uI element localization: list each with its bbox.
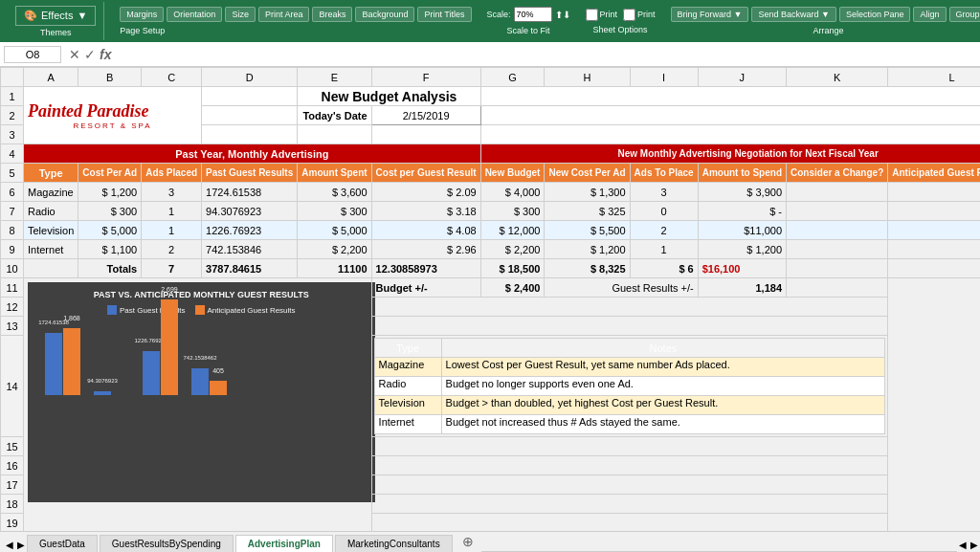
r10-newcost[interactable]: $ 8,325 bbox=[545, 259, 630, 278]
r8-newcost[interactable]: $ 5,500 bbox=[545, 221, 630, 240]
r7-newbudg[interactable]: $ 300 bbox=[480, 202, 545, 221]
r6-cpg[interactable]: $ 2.09 bbox=[371, 183, 480, 202]
col-header-e[interactable]: E bbox=[298, 68, 371, 87]
formula-input[interactable] bbox=[119, 49, 976, 60]
themes-button[interactable]: 🎨 Effects ▼ bbox=[15, 6, 96, 26]
r10-anticipated[interactable]: 4,972 bbox=[888, 259, 980, 278]
margins-button[interactable]: Margins bbox=[120, 7, 164, 22]
col-header-a[interactable]: A bbox=[24, 68, 78, 87]
r10-cpg[interactable]: 12.30858973 bbox=[371, 259, 480, 278]
r7-ads2[interactable]: 0 bbox=[630, 202, 698, 221]
scroll-right-icon[interactable]: ▶ bbox=[15, 538, 27, 552]
r8-ads[interactable]: 1 bbox=[142, 221, 202, 240]
send-backward-button[interactable]: Send Backward ▼ bbox=[751, 7, 835, 22]
r7-cpg[interactable]: $ 3.18 bbox=[371, 202, 480, 221]
r6-consider[interactable] bbox=[787, 183, 888, 202]
r6-type[interactable]: Magazine bbox=[24, 183, 78, 202]
tab-marketingconsultants[interactable]: MarketingConsultants bbox=[335, 535, 453, 552]
r7-cost[interactable]: $ 300 bbox=[78, 202, 142, 221]
print-titles-button[interactable]: Print Titles bbox=[417, 7, 471, 22]
fx-icon[interactable]: fx bbox=[100, 47, 111, 62]
print-checkbox-2[interactable]: Print bbox=[623, 9, 656, 21]
cell-reference[interactable] bbox=[4, 46, 61, 63]
spreadsheet[interactable]: A B C D E F G H I J K L 1 bbox=[0, 67, 980, 531]
r8-ads2[interactable]: 2 bbox=[630, 221, 698, 240]
r7-consider[interactable] bbox=[787, 202, 888, 221]
r9-spent[interactable]: $ 2,200 bbox=[298, 240, 371, 259]
col-header-l[interactable]: L bbox=[888, 68, 980, 87]
r9-anticipated[interactable]: 405 bbox=[888, 240, 980, 259]
r7-type[interactable]: Radio bbox=[24, 202, 78, 221]
r6-newbudg[interactable]: $ 4,000 bbox=[480, 183, 545, 202]
r9-ads2[interactable]: 1 bbox=[630, 240, 698, 259]
col-header-h[interactable]: H bbox=[545, 68, 630, 87]
r10-newbudg[interactable]: $ 18,500 bbox=[480, 259, 545, 278]
r6-newcost[interactable]: $ 1,300 bbox=[545, 183, 630, 202]
col-header-b[interactable]: B bbox=[78, 68, 142, 87]
print-area-button[interactable]: Print Area bbox=[258, 7, 310, 22]
align-button[interactable]: Align bbox=[913, 7, 946, 22]
r9-past[interactable]: 742.153846 bbox=[202, 240, 298, 259]
tab-advertisingplan[interactable]: AdvertisingPlan bbox=[235, 535, 333, 552]
size-button[interactable]: Size bbox=[225, 7, 256, 22]
r8-amtspend[interactable]: $11,000 bbox=[698, 221, 786, 240]
r9-ads[interactable]: 2 bbox=[142, 240, 202, 259]
col-header-g[interactable]: G bbox=[480, 68, 545, 87]
group-button[interactable]: Group bbox=[949, 7, 981, 22]
breaks-button[interactable]: Breaks bbox=[312, 7, 352, 22]
confirm-icon[interactable]: ✓ bbox=[84, 47, 96, 62]
scroll-nav-left[interactable]: ◀ bbox=[957, 538, 969, 552]
col-header-k[interactable]: K bbox=[787, 68, 888, 87]
scale-spinner[interactable]: ⬆⬇ bbox=[555, 10, 570, 20]
col-header-j[interactable]: J bbox=[698, 68, 786, 87]
tab-guestdata[interactable]: GuestData bbox=[27, 535, 98, 552]
r10-ads2[interactable]: $ 6 bbox=[630, 259, 698, 278]
r9-cpg[interactable]: $ 2.96 bbox=[371, 240, 480, 259]
r6-amtspend[interactable]: $ 3,900 bbox=[698, 183, 786, 202]
r10-spent[interactable]: 11100 bbox=[298, 259, 371, 278]
r8-consider[interactable] bbox=[787, 221, 888, 240]
r9-cost[interactable]: $ 1,100 bbox=[78, 240, 142, 259]
r9-consider[interactable] bbox=[787, 240, 888, 259]
col-header-c[interactable]: C bbox=[142, 68, 202, 87]
r6-cost[interactable]: $ 1,200 bbox=[78, 183, 142, 202]
col-header-f[interactable]: F bbox=[371, 68, 480, 87]
add-sheet-button[interactable]: ⊕ bbox=[455, 531, 481, 552]
background-button[interactable]: Background bbox=[355, 7, 414, 22]
r8-newbudg[interactable]: $ 12,000 bbox=[480, 221, 545, 240]
r9-newcost[interactable]: $ 1,200 bbox=[545, 240, 630, 259]
scroll-left-icon[interactable]: ◀ bbox=[4, 538, 15, 552]
r10-amtspend[interactable]: $16,100 bbox=[698, 259, 786, 278]
cancel-icon[interactable]: ✕ bbox=[69, 47, 80, 62]
r11-guest-val[interactable]: 1,184 bbox=[698, 278, 786, 298]
r8-type[interactable]: Television bbox=[24, 221, 78, 240]
r7-amtspend[interactable]: $ - bbox=[698, 202, 786, 221]
r8-cost[interactable]: $ 5,000 bbox=[78, 221, 142, 240]
r8-past[interactable]: 1226.76923 bbox=[202, 221, 298, 240]
col-header-d[interactable]: D bbox=[202, 68, 298, 87]
scroll-nav-right[interactable]: ▶ bbox=[969, 538, 980, 552]
selection-pane-button[interactable]: Selection Pane bbox=[839, 7, 911, 22]
r6-ads[interactable]: 3 bbox=[142, 183, 202, 202]
r6-past[interactable]: 1724.61538 bbox=[202, 183, 298, 202]
r10-past[interactable]: 3787.84615 bbox=[202, 259, 298, 278]
print-checkbox-1[interactable]: Print bbox=[586, 9, 618, 21]
r8-spent[interactable]: $ 5,000 bbox=[298, 221, 371, 240]
r10-ads[interactable]: 7 bbox=[142, 259, 202, 278]
bring-forward-button[interactable]: Bring Forward ▼ bbox=[671, 7, 749, 22]
r9-type[interactable]: Internet bbox=[24, 240, 78, 259]
r8-anticipated[interactable]: 2,699 bbox=[888, 221, 980, 240]
orientation-button[interactable]: Orientation bbox=[167, 7, 222, 22]
r7-past[interactable]: 94.3076923 bbox=[202, 202, 298, 221]
r6-spent[interactable]: $ 3,600 bbox=[298, 183, 371, 202]
r11-budget-val[interactable]: $ 2,400 bbox=[480, 278, 545, 298]
r9-newbudg[interactable]: $ 2,200 bbox=[480, 240, 545, 259]
r7-ads[interactable]: 1 bbox=[142, 202, 202, 221]
r7-newcost[interactable]: $ 325 bbox=[545, 202, 630, 221]
r6-ads2[interactable]: 3 bbox=[630, 183, 698, 202]
scale-input[interactable] bbox=[514, 7, 552, 22]
r7-spent[interactable]: $ 300 bbox=[298, 202, 371, 221]
r9-amtspend[interactable]: $ 1,200 bbox=[698, 240, 786, 259]
r8-cpg[interactable]: $ 4.08 bbox=[371, 221, 480, 240]
r7-anticipated[interactable]: - bbox=[888, 202, 980, 221]
